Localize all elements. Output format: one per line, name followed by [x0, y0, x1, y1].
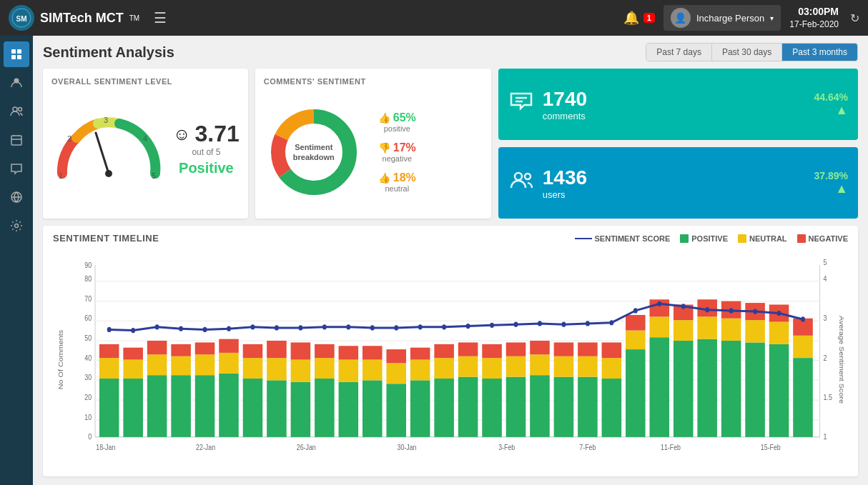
- bar-positive: [554, 377, 574, 437]
- bar-positive: [602, 379, 622, 437]
- bar-positive: [243, 379, 263, 437]
- notification-area[interactable]: 🔔 1: [623, 10, 655, 26]
- legend-neutral: 👍 18% neutral: [378, 171, 416, 193]
- svg-text:20: 20: [84, 393, 92, 401]
- score-display: ☺ 3.71 out of 5 Positive: [173, 121, 240, 176]
- bar-negative: [291, 342, 311, 359]
- bar-negative: [410, 348, 430, 360]
- svg-text:80: 80: [84, 274, 92, 283]
- bar-neutral: [434, 358, 454, 379]
- score-dot: [275, 325, 279, 330]
- svg-line-12: [96, 133, 109, 174]
- content-area: Sentiment Analysis Past 7 days Past 30 d…: [33, 36, 868, 485]
- svg-text:5: 5: [824, 258, 827, 266]
- svg-text:10: 10: [84, 413, 92, 421]
- donut-row: Sentimentbreakdown 👍 65% positive: [264, 91, 483, 213]
- bar-positive: [195, 375, 215, 437]
- score-line-icon: [575, 238, 592, 239]
- neutral-percent: 18%: [393, 171, 416, 184]
- current-time: 03:00PM: [789, 5, 839, 19]
- filter-7days[interactable]: Past 7 days: [646, 44, 712, 61]
- bar-negative: [626, 315, 646, 331]
- negative-label: negative: [383, 154, 413, 163]
- svg-text:18-Jan: 18-Jan: [96, 443, 115, 451]
- bar-neutral: [554, 356, 574, 377]
- timeline-title: SENTIMENT TIMELINE: [53, 233, 159, 244]
- svg-text:5: 5: [152, 171, 156, 180]
- legend-negative-label: NEGATIVE: [809, 234, 848, 243]
- score-dot: [298, 325, 302, 330]
- sidebar-item-calendar[interactable]: [4, 127, 29, 153]
- bar-positive: [674, 341, 694, 437]
- bar-positive: [769, 344, 789, 437]
- bar-neutral: [99, 358, 119, 379]
- bar-neutral: [697, 316, 717, 339]
- score-dot: [442, 324, 446, 329]
- bar-positive: [482, 379, 502, 437]
- svg-text:11-Feb: 11-Feb: [661, 443, 681, 451]
- bar-neutral: [769, 322, 789, 344]
- sentiment-legend: 👍 65% positive 👎 17% negative: [378, 111, 416, 193]
- sidebar-item-profile[interactable]: [4, 70, 29, 96]
- bar-neutral: [482, 358, 502, 379]
- comments-up-arrow: ▲: [835, 103, 848, 118]
- svg-text:26-Jan: 26-Jan: [297, 443, 316, 451]
- comments-icon: [508, 89, 534, 120]
- sentiment-label: Positive: [179, 160, 234, 176]
- sidebar-item-comments[interactable]: [4, 156, 29, 181]
- sidebar-item-global[interactable]: [4, 184, 29, 210]
- score-out-of: out of 5: [192, 147, 220, 157]
- bar-negative: [315, 344, 335, 358]
- filter-30days[interactable]: Past 30 days: [712, 44, 782, 61]
- svg-text:4: 4: [824, 274, 827, 283]
- avatar: 👤: [671, 8, 691, 28]
- comments-sentiment-card: COMMENTS' SENTIMENT: [255, 69, 491, 219]
- donut-center-label: Sentimentbreakdown: [293, 142, 335, 163]
- bar-neutral: [721, 319, 741, 341]
- datetime-display: 03:00PM 17-Feb-2020: [789, 5, 839, 31]
- legend-positive-bar: POSITIVE: [680, 234, 728, 243]
- incharge-person-button[interactable]: 👤 Incharge Person ▾: [664, 5, 781, 31]
- users-change: 37.89% ▲: [814, 170, 848, 196]
- sidebar-item-settings[interactable]: [4, 213, 29, 239]
- svg-text:7-Feb: 7-Feb: [579, 443, 596, 451]
- notification-badge: 1: [643, 13, 655, 23]
- bar-negative: [267, 341, 287, 358]
- bar-positive: [291, 382, 311, 437]
- bar-neutral: [793, 336, 813, 358]
- timeline-header: SENTIMENT TIMELINE SENTIMENT SCORE POSIT…: [53, 233, 848, 244]
- comments-sentiment-title: COMMENTS' SENTIMENT: [264, 77, 483, 86]
- sidebar-item-home[interactable]: [4, 41, 29, 67]
- svg-text:30: 30: [84, 374, 92, 382]
- filter-3months[interactable]: Past 3 months: [782, 44, 857, 61]
- main-layout: Sentiment Analysis Past 7 days Past 30 d…: [0, 36, 868, 485]
- score-dot: [609, 320, 613, 325]
- bell-icon: 🔔: [623, 10, 639, 26]
- positive-label: positive: [384, 124, 410, 133]
- comments-stat-info: 1740 comments: [543, 88, 806, 121]
- users-stat-label: users: [543, 189, 806, 200]
- logo-area: SM SIMTech MCT TM: [9, 5, 139, 31]
- score-dot: [346, 324, 350, 329]
- score-dot: [322, 324, 327, 329]
- comments-stat-label: comments: [543, 111, 806, 121]
- sidebar: [0, 36, 33, 485]
- bar-neutral: [386, 363, 406, 384]
- bar-negative: [530, 341, 550, 354]
- refresh-icon[interactable]: ↻: [850, 11, 859, 25]
- bar-negative: [578, 342, 598, 356]
- legend-negative: 👎 17% negative: [378, 141, 416, 163]
- bar-positive: [339, 382, 359, 437]
- bar-negative: [386, 349, 406, 363]
- svg-text:90: 90: [84, 261, 92, 269]
- bar-negative: [363, 346, 383, 359]
- bar-neutral: [243, 358, 263, 379]
- bar-neutral: [339, 360, 359, 382]
- svg-rect-5: [17, 55, 21, 59]
- hamburger-icon[interactable]: ☰: [154, 9, 167, 26]
- score-dot: [107, 327, 112, 332]
- score-dot: [155, 324, 159, 329]
- svg-text:1: 1: [59, 171, 63, 180]
- sidebar-item-users[interactable]: [4, 99, 29, 124]
- overall-sentiment-title: OVERALL SENTIMENT LEVEL: [51, 77, 240, 86]
